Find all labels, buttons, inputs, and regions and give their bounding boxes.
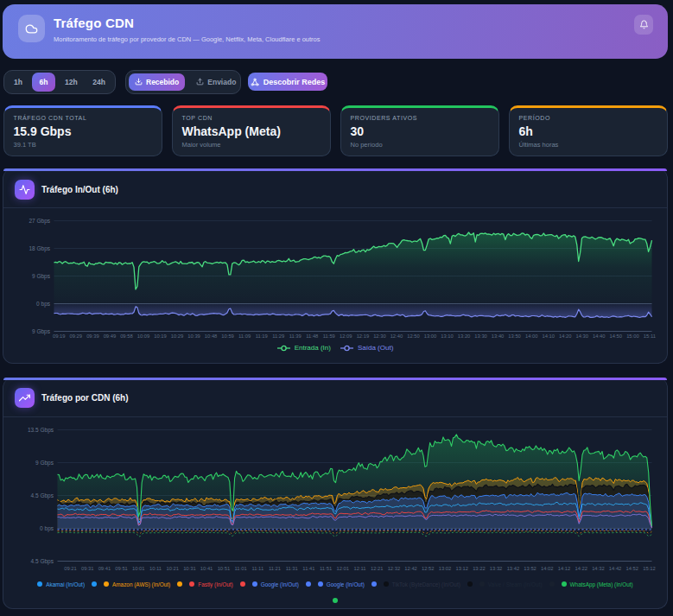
svg-text:9 Gbps: 9 Gbps [32, 328, 51, 335]
svg-text:13:30: 13:30 [474, 333, 487, 339]
svg-text:13:52: 13:52 [524, 566, 536, 571]
svg-text:11:11: 11:11 [251, 566, 263, 571]
svg-text:13:20: 13:20 [458, 333, 471, 339]
svg-text:09:41: 09:41 [98, 566, 111, 571]
svg-text:10:59: 10:59 [221, 333, 234, 339]
svg-text:12:32: 12:32 [388, 566, 401, 571]
svg-text:13:00: 13:00 [424, 333, 437, 339]
svg-text:11:19: 11:19 [256, 333, 268, 339]
svg-text:9 Gbps: 9 Gbps [32, 273, 51, 280]
svg-text:11:48: 11:48 [306, 333, 318, 339]
svg-text:9 Gbps: 9 Gbps [35, 460, 54, 467]
svg-text:10:29: 10:29 [171, 333, 184, 339]
svg-text:09:31: 09:31 [81, 566, 94, 571]
svg-text:10:48: 10:48 [205, 333, 218, 339]
svg-text:12:09: 12:09 [340, 333, 352, 339]
svg-text:10:51: 10:51 [218, 566, 231, 571]
svg-text:09:51: 09:51 [115, 566, 128, 571]
svg-text:0 bps: 0 bps [36, 301, 51, 308]
svg-text:13:32: 13:32 [490, 566, 503, 571]
svg-text:12:40: 12:40 [390, 333, 403, 339]
svg-text:14:02: 14:02 [541, 566, 554, 571]
svg-text:13:42: 13:42 [507, 566, 520, 571]
svg-text:09:29: 09:29 [70, 333, 83, 339]
svg-text:11:29: 11:29 [272, 333, 284, 339]
svg-text:14:00: 14:00 [525, 333, 538, 339]
svg-text:13:50: 13:50 [508, 333, 521, 339]
svg-text:13:40: 13:40 [492, 333, 505, 339]
svg-text:11:39: 11:39 [289, 333, 302, 339]
svg-text:14:42: 14:42 [609, 566, 622, 571]
svg-text:09:19: 09:19 [53, 333, 66, 339]
svg-text:13:22: 13:22 [473, 566, 486, 571]
svg-text:12:50: 12:50 [407, 333, 420, 339]
svg-text:11:41: 11:41 [302, 566, 314, 571]
svg-text:13:12: 13:12 [455, 566, 468, 571]
svg-text:11:01: 11:01 [235, 566, 247, 571]
svg-text:12:52: 12:52 [422, 566, 435, 571]
svg-text:27 Gbps: 27 Gbps [29, 218, 50, 225]
svg-text:4.5 Gbps: 4.5 Gbps [31, 558, 54, 565]
svg-text:11:31: 11:31 [286, 566, 298, 571]
svg-text:14:52: 14:52 [626, 566, 639, 571]
svg-text:12:30: 12:30 [373, 333, 386, 339]
svg-text:10:01: 10:01 [132, 566, 145, 571]
svg-text:11:21: 11:21 [269, 566, 281, 571]
svg-text:12:42: 12:42 [404, 566, 417, 571]
svg-text:14:32: 14:32 [592, 566, 605, 571]
svg-text:10:39: 10:39 [187, 333, 200, 339]
svg-text:13:10: 13:10 [441, 333, 454, 339]
svg-text:09:49: 09:49 [104, 333, 117, 339]
svg-text:09:58: 09:58 [120, 333, 133, 339]
svg-text:0 bps: 0 bps [40, 525, 54, 532]
svg-text:09:21: 09:21 [64, 566, 77, 571]
svg-text:15:11: 15:11 [644, 333, 656, 339]
svg-text:14:30: 14:30 [576, 333, 589, 339]
svg-text:10:11: 10:11 [149, 566, 162, 571]
svg-text:11:59: 11:59 [323, 333, 335, 339]
svg-text:10:41: 10:41 [200, 566, 213, 571]
svg-text:13:02: 13:02 [439, 566, 452, 571]
svg-text:14:40: 14:40 [593, 333, 606, 339]
svg-text:12:19: 12:19 [357, 333, 370, 339]
svg-text:14:22: 14:22 [575, 566, 587, 571]
svg-text:15:12: 15:12 [643, 566, 656, 571]
svg-text:12:01: 12:01 [337, 566, 350, 571]
svg-text:11:09: 11:09 [238, 333, 251, 339]
svg-text:14:50: 14:50 [610, 333, 623, 339]
svg-text:11:51: 11:51 [320, 566, 332, 571]
svg-text:13.5 Gbps: 13.5 Gbps [28, 427, 54, 434]
svg-text:10:09: 10:09 [137, 333, 150, 339]
svg-text:10:19: 10:19 [154, 333, 167, 339]
svg-text:4.5 Gbps: 4.5 Gbps [31, 492, 54, 499]
svg-text:10:21: 10:21 [166, 566, 179, 571]
svg-text:15:00: 15:00 [626, 333, 639, 339]
svg-text:18 Gbps: 18 Gbps [29, 245, 50, 252]
svg-text:12:21: 12:21 [371, 566, 384, 571]
svg-text:09:39: 09:39 [86, 333, 99, 339]
svg-text:14:10: 14:10 [542, 333, 555, 339]
svg-text:14:20: 14:20 [559, 333, 572, 339]
svg-text:14:12: 14:12 [558, 566, 571, 571]
svg-text:10:31: 10:31 [183, 566, 196, 571]
svg-text:12:11: 12:11 [353, 566, 365, 571]
